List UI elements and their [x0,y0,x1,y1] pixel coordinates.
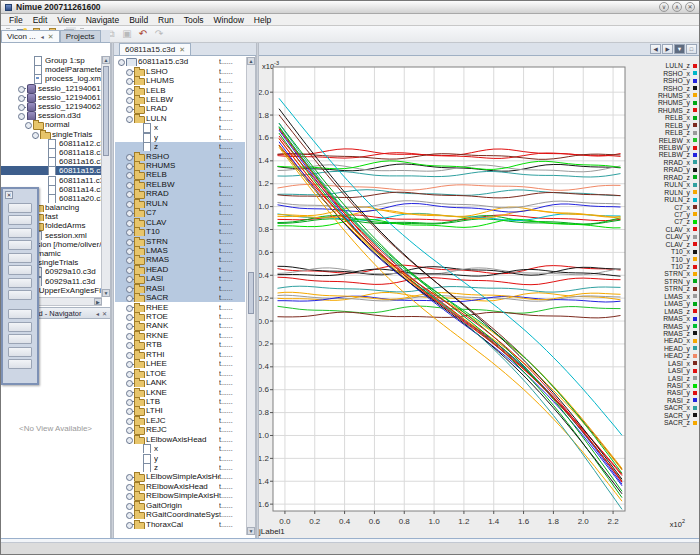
tree-row-lelbw[interactable]: LELBWt...... [115,95,245,104]
tree-row-clav[interactable]: CLAVt...... [115,217,245,226]
palette-button[interactable] [8,215,32,225]
tree-row-rejc[interactable]: REJCt...... [115,425,245,434]
collapsed-toggle-icon[interactable] [125,350,134,359]
legend-item-c7_y[interactable]: C7_y [635,211,697,218]
tree-row-relbw[interactable]: RELBWt...... [115,180,245,189]
tab-list-dropdown-icon[interactable]: ▼ [674,44,685,54]
tree-row-gaitorigin[interactable]: GaitOrigint...... [115,501,245,510]
maximize-icon[interactable]: ∧ [672,2,682,12]
tree-row-lhums[interactable]: LHUMSt...... [115,76,245,85]
legend-item-lmas_y[interactable]: LMAS_y [635,300,697,307]
menu-tools[interactable]: Tools [179,15,209,25]
legend-item-luln_z[interactable]: LULN_z [635,62,697,69]
collapsed-toggle-icon[interactable] [125,388,134,397]
collapsed-toggle-icon[interactable] [17,102,26,111]
collapsed-toggle-icon[interactable] [125,293,134,302]
tree-row-lhee[interactable]: LHEEt...... [115,359,245,368]
scroll-thumb[interactable] [103,66,109,156]
tree-row-normal[interactable]: normal [1,120,102,129]
tree-row-60811a12-c3d[interactable]: 60811a12.c3d [1,139,102,148]
tree-row-lrad[interactable]: LRADt...... [115,104,245,113]
legend-item-relbw_x[interactable]: RELBW_x [635,136,697,143]
tree-row-lsho[interactable]: LSHOt...... [115,66,245,75]
tree-row-y[interactable]: yt...... [115,133,245,142]
tree-row-head[interactable]: HEADt...... [115,265,245,274]
expanded-toggle-icon[interactable] [117,57,126,66]
collapsed-toggle-icon[interactable] [125,265,134,274]
collapsed-toggle-icon[interactable] [125,199,134,208]
tree-row-rhee[interactable]: RHEEt...... [115,302,245,311]
tree-row-rhums[interactable]: RHUMSt...... [115,161,245,170]
collapsed-toggle-icon[interactable] [125,246,134,255]
legend-item-ruln_y[interactable]: RULN_y [635,188,697,195]
collapsed-toggle-icon[interactable] [125,378,134,387]
palette-button[interactable] [8,253,32,263]
tree-row-lejc[interactable]: LEJCt...... [115,416,245,425]
legend-item-sacr_z[interactable]: SACR_z [635,419,697,426]
legend-item-rmas_x[interactable]: RMAS_x [635,315,697,322]
collapsed-toggle-icon[interactable] [125,472,134,481]
scroll-right-icon[interactable]: ▶ [94,298,102,305]
tree-row-x[interactable]: xt...... [115,444,245,453]
legend-item-rasi_y[interactable]: RASI_y [635,389,697,396]
tab-projects[interactable]: Projects [60,30,101,42]
tab-close-icon[interactable]: ✕ [48,33,54,41]
tree-row-relb[interactable]: RELBt...... [115,170,245,179]
tree-row-rkne[interactable]: RKNEt...... [115,331,245,340]
legend-item-rhums_x[interactable]: RHUMS_x [635,92,697,99]
legend-item-strn_z[interactable]: STRN_z [635,285,697,292]
tree-row-lelb[interactable]: LELBt...... [115,85,245,94]
tree-row-60811a15-c3d[interactable]: 60811a15.c3dt...... [115,57,245,66]
palette-button[interactable] [8,290,32,300]
legend-item-head_y[interactable]: HEAD_y [635,345,697,352]
legend-item-strn_y[interactable]: STRN_y [635,278,697,285]
collapsed-toggle-icon[interactable] [125,227,134,236]
tree-row-rmas[interactable]: RMASt...... [115,255,245,264]
collapsed-toggle-icon[interactable] [125,255,134,264]
palette-button[interactable] [8,359,32,369]
legend-item-sacr_x[interactable]: SACR_x [635,404,697,411]
tree-row-ltoe[interactable]: LTOEt...... [115,368,245,377]
palette-button[interactable] [8,334,32,344]
menu-edit[interactable]: Edit [28,15,53,25]
collapsed-toggle-icon[interactable] [125,340,134,349]
legend-item-rhums_z[interactable]: RHUMS_z [635,107,697,114]
tree-row-c7[interactable]: C7t...... [115,208,245,217]
legend-item-rmas_z[interactable]: RMAS_z [635,330,697,337]
legend-item-t10_z[interactable]: T10_z [635,263,697,270]
collapsed-toggle-icon[interactable] [125,76,134,85]
legend-item-sacr_y[interactable]: SACR_y [635,412,697,419]
tree-row-lasi[interactable]: LASIt...... [115,274,245,283]
tree-row-rank[interactable]: RANKt...... [115,321,245,330]
tree-row-rthi[interactable]: RTHIt...... [115,350,245,359]
tree-row-relbowaxishead[interactable]: RElbowAxisHeadt...... [115,482,245,491]
collapsed-toggle-icon[interactable] [125,95,134,104]
collapsed-toggle-icon[interactable] [125,180,134,189]
tree-row-rsho[interactable]: RSHOt...... [115,151,245,160]
close-icon[interactable]: ✕ [102,310,107,317]
legend-item-rsho_z[interactable]: RSHO_z [635,84,697,91]
menu-navigate[interactable]: Navigate [81,15,125,25]
legend-item-rsho_x[interactable]: RSHO_x [635,69,697,76]
tree-row-rtb[interactable]: RTBt...... [115,340,245,349]
legend-item-lasi_y[interactable]: LASI_y [635,367,697,374]
scroll-down-icon[interactable]: ▼ [247,527,255,535]
menu-help[interactable]: Help [249,15,276,25]
expanded-toggle-icon[interactable] [17,111,26,120]
menu-build[interactable]: Build [124,15,153,25]
collapsed-toggle-icon[interactable] [125,104,134,113]
legend-item-rasi_z[interactable]: RASI_z [635,397,697,404]
menu-view[interactable]: View [52,15,80,25]
tree-row-lank[interactable]: LANKt...... [115,378,245,387]
legend-item-relb_x[interactable]: RELB_x [635,114,697,121]
tree-row-60811a11-c3d[interactable]: 60811a11.c3d [1,175,102,184]
collapsed-toggle-icon[interactable] [125,369,134,378]
legend-item-head_z[interactable]: HEAD_z [635,352,697,359]
tree-row-60811a16-c3d[interactable]: 60811a16.c3d [1,157,102,166]
legend-item-ruln_z[interactable]: RULN_z [635,196,697,203]
legend-item-clav_y[interactable]: CLAV_y [635,233,697,240]
tree-row-ltb[interactable]: LTBt...... [115,397,245,406]
legend-item-relbw_z[interactable]: RELBW_z [635,151,697,158]
tree-row-luln[interactable]: LULNt...... [115,114,245,123]
palette-button[interactable] [8,309,32,319]
